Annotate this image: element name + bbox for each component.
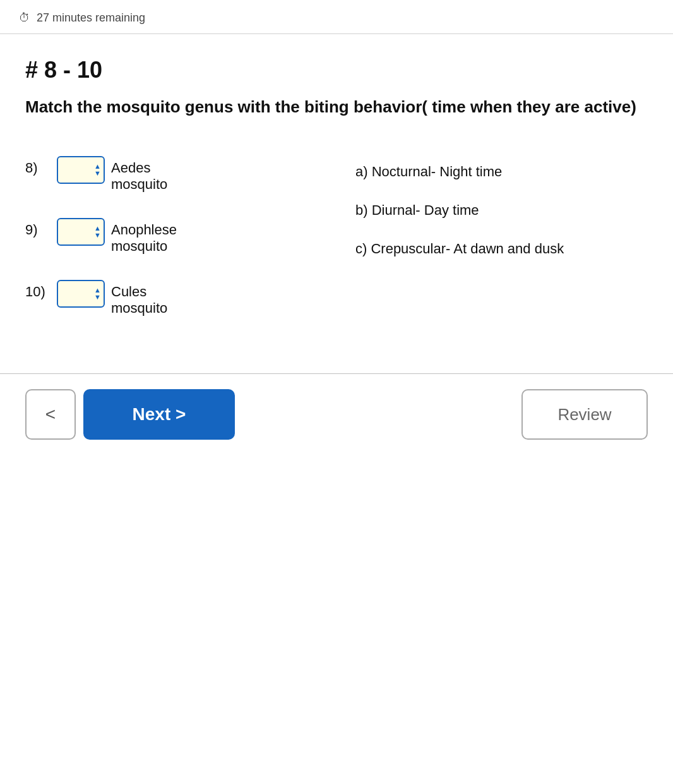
match-item-9: 9) a b c ▲ ▼ Anophlesemosquito [25, 218, 318, 255]
match-item-8: 8) a b c ▲ ▼ Aedesmosquito [25, 156, 318, 193]
review-label: Review [557, 405, 611, 425]
header: ⏱ 27 minutes remaining [0, 0, 673, 34]
match-number-10: 10) [25, 284, 51, 300]
question-text: Match the mosquito genus with the biting… [25, 96, 648, 118]
main-content: # 8 - 10 Match the mosquito genus with t… [0, 34, 673, 373]
match-number-9: 9) [25, 222, 51, 238]
select-wrapper-10[interactable]: a b c ▲ ▼ [57, 280, 105, 308]
option-a: a) Nocturnal- Night time [355, 162, 648, 182]
match-label-8: Aedesmosquito [111, 160, 167, 193]
next-button[interactable]: Next > [83, 389, 235, 440]
option-c: c) Crepuscular- At dawn and dusk [355, 239, 648, 259]
left-column: 8) a b c ▲ ▼ Aedesmosquito [25, 156, 318, 317]
next-label: Next > [133, 404, 186, 425]
footer: < Next > Review [0, 374, 673, 455]
select-9[interactable]: a b c [57, 218, 105, 246]
prev-button[interactable]: < [25, 389, 76, 440]
prev-icon: < [45, 404, 56, 425]
right-column: a) Nocturnal- Night time b) Diurnal- Day… [355, 156, 648, 317]
select-wrapper-8[interactable]: a b c ▲ ▼ [57, 156, 105, 184]
matching-section: 8) a b c ▲ ▼ Aedesmosquito [25, 156, 648, 317]
timer-text: 27 minutes remaining [37, 11, 145, 25]
select-wrapper-9[interactable]: a b c ▲ ▼ [57, 218, 105, 246]
select-10[interactable]: a b c [57, 280, 105, 308]
match-label-10: Culesmosquito [111, 284, 167, 317]
match-label-9: Anophlesemosquito [111, 222, 177, 255]
select-8[interactable]: a b c [57, 156, 105, 184]
footer-left: < Next > [25, 389, 235, 440]
review-button[interactable]: Review [521, 389, 648, 440]
timer-icon: ⏱ [19, 11, 30, 25]
match-number-8: 8) [25, 160, 51, 176]
question-number: # 8 - 10 [25, 57, 648, 83]
match-item-10: 10) a b c ▲ ▼ Culesmosquito [25, 280, 318, 317]
option-b: b) Diurnal- Day time [355, 201, 648, 220]
